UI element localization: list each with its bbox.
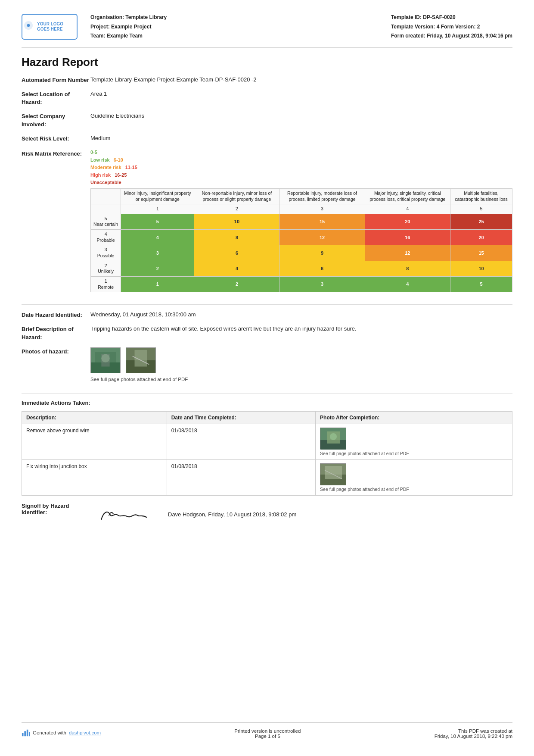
company-value: Guideline Electricians bbox=[90, 112, 512, 128]
cell-3-4: 12 bbox=[365, 245, 450, 261]
footer: Generated with dashpivot.com Printed ver… bbox=[22, 722, 512, 739]
logo-box: YOUR LOGO GOES HERE bbox=[22, 14, 78, 40]
header-right: Template ID: DP-SAF-0020 Template Versio… bbox=[391, 13, 512, 41]
row-label-3: 3Possible bbox=[91, 245, 121, 261]
action-description-1: Remove above ground wire bbox=[22, 424, 167, 459]
signoff-label: Signoff by Hazard Identifier: bbox=[22, 503, 90, 528]
brief-desc-label: Brief Description of Hazard: bbox=[22, 325, 90, 341]
immediate-actions-heading: Immediate Actions Taken: bbox=[22, 400, 512, 406]
company-label: Select Company Involved: bbox=[22, 112, 90, 128]
cell-4-4: 16 bbox=[365, 230, 450, 245]
matrix-row-2: 2Unlikely 2 4 6 8 10 bbox=[91, 261, 512, 276]
cell-2-1: 2 bbox=[121, 261, 194, 276]
team-value: Example Team bbox=[107, 33, 143, 39]
footer-right: This PDF was created at Friday, 10 Augus… bbox=[435, 728, 512, 739]
matrix-header-1: Minor injury, insignificant property or … bbox=[121, 188, 194, 204]
action-photo-cell-2: See full page photos attached at end of … bbox=[316, 459, 512, 495]
cell-1-1: 1 bbox=[121, 276, 194, 292]
action-photo-note-1: See full page photos attached at end of … bbox=[320, 451, 508, 456]
risk-matrix-container: 0-5Low risk 6-10Moderate risk 11-15High … bbox=[90, 149, 512, 292]
form-version-value: 2 bbox=[477, 24, 480, 30]
risk-matrix-table: Minor injury, insignificant property or … bbox=[90, 188, 512, 292]
row-label-4: 4Probable bbox=[91, 230, 121, 245]
footer-uncontrolled: Printed version is uncontrolled bbox=[234, 728, 301, 734]
table-row: Fix wiring into junction box 01/08/2018 bbox=[22, 459, 512, 495]
action-photo-cell-1: See full page photos attached at end of … bbox=[316, 424, 512, 459]
row-label-2: 2Unlikely bbox=[91, 261, 121, 276]
brief-desc-row: Brief Description of Hazard: Tripping ha… bbox=[22, 325, 512, 341]
matrix-header-5: Multiple fatalities, catastrophic busine… bbox=[450, 188, 512, 204]
project-value: Example Project bbox=[111, 24, 151, 30]
action-photo-note-2: See full page photos attached at end of … bbox=[320, 487, 508, 492]
form-version-label: Form Version: bbox=[441, 24, 476, 30]
template-version-value: 4 bbox=[437, 24, 440, 30]
cell-4-2: 8 bbox=[194, 230, 279, 245]
risk-level-label: Select Risk Level: bbox=[22, 134, 90, 143]
date-hazard-label: Date Hazard Identified: bbox=[22, 311, 90, 319]
svg-rect-19 bbox=[27, 730, 28, 736]
svg-rect-4 bbox=[101, 354, 109, 366]
cell-1-4: 4 bbox=[365, 276, 450, 292]
matrix-row-4: 4Probable 4 8 12 16 20 bbox=[91, 230, 512, 245]
automated-value: Template Library-Example Project-Example… bbox=[90, 76, 512, 84]
risk-level-value: Medium bbox=[90, 134, 512, 143]
matrix-header-empty bbox=[91, 188, 121, 204]
cell-5-4: 20 bbox=[365, 214, 450, 229]
cell-4-1: 4 bbox=[121, 230, 194, 245]
org-label: Organisation: bbox=[90, 14, 124, 20]
template-id-value: DP-SAF-0020 bbox=[423, 14, 455, 20]
photos-label: Photos of hazard: bbox=[22, 347, 90, 383]
matrix-header-4: Major injury, single fatality, critical … bbox=[365, 188, 450, 204]
cell-2-4: 8 bbox=[365, 261, 450, 276]
footer-center: Printed version is uncontrolled Page 1 o… bbox=[234, 728, 301, 739]
action-photo-2 bbox=[320, 463, 346, 485]
footer-pdf-date: Friday, 10 August 2018, 9:22:40 pm bbox=[435, 734, 512, 739]
cell-5-5: 25 bbox=[450, 214, 512, 229]
signature-area bbox=[90, 503, 159, 528]
generated-text: Generated with bbox=[33, 730, 66, 735]
cell-3-1: 3 bbox=[121, 245, 194, 261]
matrix-row-5: 5Near certain 5 10 15 20 25 bbox=[91, 214, 512, 229]
location-value: Area 1 bbox=[90, 90, 512, 106]
svg-point-12 bbox=[330, 433, 337, 440]
signature-svg bbox=[93, 503, 157, 527]
hazard-photo-1 bbox=[90, 347, 121, 373]
matrix-row-3: 3Possible 3 6 9 12 15 bbox=[91, 245, 512, 261]
matrix-row-1: 1Remote 1 2 3 4 5 bbox=[91, 276, 512, 292]
dashpivot-link[interactable]: dashpivot.com bbox=[69, 730, 101, 735]
footer-pdf-created: This PDF was created at bbox=[435, 728, 512, 734]
matrix-num-1: 1 bbox=[121, 204, 194, 214]
cell-4-5: 20 bbox=[450, 230, 512, 245]
page-title: Hazard Report bbox=[22, 56, 512, 69]
legend-low: 0-5Low risk bbox=[90, 150, 110, 162]
form-created-value: Friday, 10 August 2018, 9:04:16 pm bbox=[427, 33, 512, 39]
footer-left: Generated with dashpivot.com bbox=[22, 728, 101, 737]
cell-2-2: 4 bbox=[194, 261, 279, 276]
date-hazard-row: Date Hazard Identified: Wednesday, 01 Au… bbox=[22, 311, 512, 319]
template-version-label: Template Version: bbox=[391, 24, 435, 30]
cell-4-3: 12 bbox=[279, 230, 365, 245]
header-middle: Organisation: Template Library Project: … bbox=[90, 13, 391, 41]
matrix-header-2: Non-reportable injury, minor loss of pro… bbox=[194, 188, 279, 204]
action-photo-1 bbox=[320, 428, 346, 449]
cell-1-3: 3 bbox=[279, 276, 365, 292]
date-hazard-value: Wednesday, 01 August 2018, 10:30:00 am bbox=[90, 311, 512, 319]
matrix-num-2: 2 bbox=[194, 204, 279, 214]
page: YOUR LOGO GOES HERE Organisation: Templa… bbox=[0, 0, 534, 756]
photos-container: See full page photos attached at end of … bbox=[90, 347, 512, 383]
form-created-label: Form created: bbox=[391, 33, 425, 39]
photos-row: Photos of hazard: bbox=[22, 347, 512, 383]
matrix-header-3: Reportable injury, moderate loss of proc… bbox=[279, 188, 365, 204]
location-label: Select Location of Hazard: bbox=[22, 90, 90, 106]
logo-text: YOUR LOGO GOES HERE bbox=[37, 22, 77, 32]
svg-rect-18 bbox=[24, 731, 26, 736]
risk-matrix-label: Risk Matrix Reference: bbox=[22, 149, 90, 292]
cell-2-5: 10 bbox=[450, 261, 512, 276]
company-row: Select Company Involved: Guideline Elect… bbox=[22, 112, 512, 128]
col-header-photo: Photo After Completion: bbox=[316, 411, 512, 424]
automated-label: Automated Form Number bbox=[22, 76, 90, 84]
row-label-1: 1Remote bbox=[91, 276, 121, 292]
cell-5-1: 5 bbox=[121, 214, 194, 229]
signoff-value: Dave Hodgson, Friday, 10 August 2018, 9:… bbox=[159, 503, 512, 528]
divider-2 bbox=[22, 393, 512, 394]
